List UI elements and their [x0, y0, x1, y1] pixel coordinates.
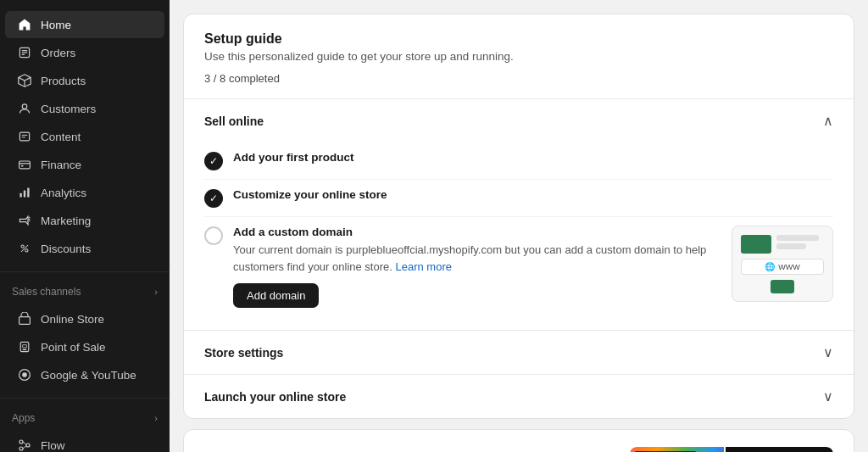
apps-section: Flow Theme Access — [0, 427, 170, 452]
checklist-label-3: Add a custom domain — [233, 226, 711, 238]
flow-icon — [17, 438, 32, 452]
sidebar-item-online-store[interactable]: Online Store — [5, 305, 164, 332]
svg-line-18 — [29, 217, 31, 218]
sidebar-item-content[interactable]: Content — [5, 123, 164, 150]
sidebar-item-products[interactable]: Products — [5, 67, 164, 94]
svg-rect-8 — [19, 132, 29, 141]
svg-rect-25 — [23, 349, 27, 350]
svg-line-5 — [19, 77, 25, 81]
setup-guide-card: Setup guide Use this personalized guide … — [183, 14, 854, 419]
editions-colorful-panel: The Boring Edition — [630, 447, 724, 452]
launch-store-title: Launch your online store — [204, 390, 346, 404]
svg-line-22 — [21, 245, 28, 252]
setup-guide-description: Use this personalized guide to get your … — [204, 50, 833, 63]
svg-rect-14 — [19, 193, 21, 198]
setup-guide-title: Setup guide — [204, 31, 833, 47]
domain-line-2 — [776, 243, 806, 249]
checkmark-done-icon-2: ✓ — [204, 189, 223, 208]
svg-rect-23 — [19, 317, 31, 325]
sidebar-item-google-youtube[interactable]: Google & YouTube — [5, 361, 164, 388]
svg-point-21 — [25, 249, 28, 252]
svg-point-20 — [21, 245, 24, 248]
editions-image: The Boring Edition 🛍 Shopify Editions Wi… — [630, 447, 833, 452]
store-icon — [17, 311, 32, 326]
editions-dark-panel: 🛍 Shopify Editions Winter '25 — [726, 447, 833, 452]
store-settings-chevron-icon: ∨ — [823, 344, 833, 360]
sidebar-item-orders[interactable]: Orders — [5, 39, 164, 66]
customers-icon — [17, 101, 32, 116]
svg-point-31 — [19, 447, 23, 450]
domain-line-1 — [776, 235, 819, 241]
sell-online-title: Sell online — [204, 114, 264, 128]
sidebar-item-customers[interactable]: Customers — [5, 95, 164, 122]
svg-rect-16 — [27, 187, 29, 197]
domain-preview-illustration: 🌐 WWW — [732, 226, 833, 302]
svg-point-7 — [22, 104, 27, 109]
svg-rect-15 — [24, 191, 25, 198]
launch-store-section-row[interactable]: Launch your online store ∨ — [184, 374, 854, 418]
main-content: Setup guide Use this personalized guide … — [170, 0, 868, 452]
domain-url-row: 🌐 WWW — [741, 259, 824, 275]
sidebar-item-flow[interactable]: Flow — [5, 432, 164, 452]
checkmark-pending-icon — [204, 226, 223, 245]
sidebar-item-finance[interactable]: Finance — [5, 151, 164, 178]
checklist-item-first-product[interactable]: ✓ Add your first product — [204, 142, 833, 180]
editions-card: Shopify Editions | Winter '25 Explore 15… — [183, 429, 854, 452]
sales-channels-header: Sales channels › — [0, 277, 170, 301]
launch-store-chevron-icon: ∨ — [823, 388, 833, 405]
orders-icon — [17, 45, 32, 60]
apps-expand-icon[interactable]: › — [154, 413, 158, 423]
progress-text: 3 / 8 completed — [204, 72, 280, 85]
products-icon — [17, 73, 32, 88]
marketing-icon — [17, 213, 32, 228]
sidebar-item-analytics[interactable]: Analytics — [5, 179, 164, 206]
store-settings-title: Store settings — [204, 346, 283, 360]
editions-card-inner: Shopify Editions | Winter '25 Explore 15… — [184, 430, 854, 452]
custom-domain-desc: Your current domain is purpleblueoffcial… — [233, 242, 711, 275]
sales-channels-section: Online Store Point of Sale Google & YouT… — [0, 301, 170, 393]
checkmark-done-icon: ✓ — [204, 152, 223, 170]
sales-channels-expand-icon[interactable]: › — [154, 287, 158, 297]
sell-online-body: ✓ Add your first product ✓ Customize you… — [184, 142, 854, 330]
apps-header: Apps › — [0, 404, 170, 427]
globe-icon: 🌐 — [765, 262, 775, 271]
svg-point-30 — [26, 444, 30, 447]
google-icon — [17, 367, 32, 382]
svg-line-33 — [23, 446, 26, 449]
sidebar-item-home[interactable]: Home — [5, 11, 164, 38]
svg-rect-11 — [19, 161, 31, 169]
domain-green-block — [741, 235, 771, 254]
svg-line-19 — [29, 220, 31, 221]
svg-line-32 — [23, 442, 26, 444]
nav-section: Home Orders Products Customers Content — [0, 7, 170, 266]
sidebar-divider-2 — [0, 398, 170, 399]
learn-more-link[interactable]: Learn more — [396, 260, 452, 273]
svg-point-29 — [19, 440, 23, 444]
home-icon — [17, 17, 32, 32]
pos-icon — [17, 339, 32, 354]
sidebar-item-discounts[interactable]: Discounts — [5, 235, 164, 262]
store-settings-section-row[interactable]: Store settings ∨ — [184, 330, 854, 374]
domain-green-block-sm — [771, 280, 794, 293]
setup-guide-header: Setup guide Use this personalized guide … — [184, 14, 854, 98]
checklist-item-custom-domain[interactable]: Add a custom domain Your current domain … — [204, 217, 833, 316]
finance-icon — [17, 157, 32, 172]
sidebar-item-point-of-sale[interactable]: Point of Sale — [5, 333, 164, 360]
discounts-icon — [17, 241, 32, 256]
sidebar-divider-1 — [0, 271, 170, 272]
sell-online-chevron-icon: ∧ — [823, 113, 833, 129]
content-icon — [17, 129, 32, 144]
svg-line-6 — [25, 77, 31, 81]
analytics-icon — [17, 185, 32, 200]
svg-rect-13 — [21, 165, 23, 167]
sidebar-item-marketing[interactable]: Marketing — [5, 207, 164, 234]
sell-online-section-row[interactable]: Sell online ∧ — [184, 98, 854, 142]
svg-point-28 — [22, 372, 27, 377]
checklist-label: Add your first product — [233, 151, 833, 164]
svg-rect-26 — [23, 345, 27, 348]
sidebar: Home Orders Products Customers Content — [0, 0, 170, 452]
checklist-item-customize-store[interactable]: ✓ Customize your online store — [204, 180, 833, 217]
add-domain-button[interactable]: Add domain — [233, 283, 319, 308]
checklist-label-2: Customize your online store — [233, 188, 833, 201]
